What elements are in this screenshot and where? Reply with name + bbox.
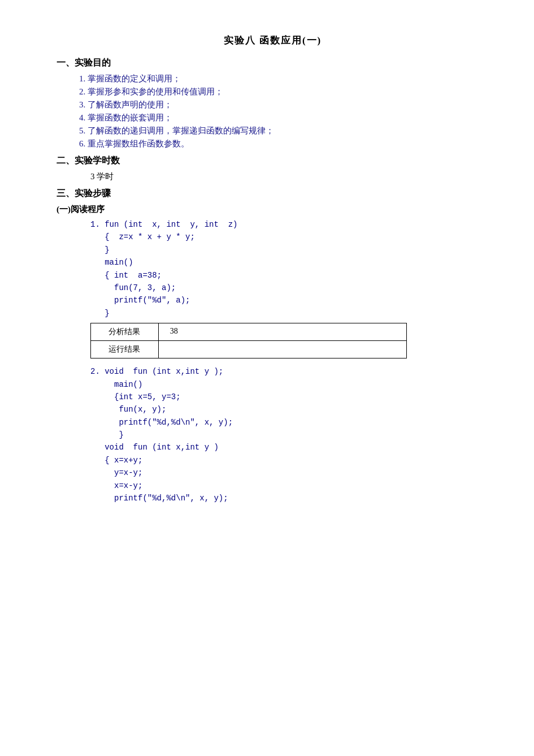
objective-item-6: 6. 重点掌握数组作函数参数。 [79, 139, 489, 149]
objective-item-4: 4. 掌握函数的嵌套调用； [79, 113, 489, 123]
section-hours: 二、实验学时数 3 学时 [57, 155, 489, 182]
section-steps: 三、实验步骤 (一)阅读程序 1. fun (int x, int y, int… [57, 188, 489, 504]
code-block-1: 1. fun (int x, int y, int z) { z=x * x +… [57, 218, 489, 319]
objective-list: 1. 掌握函数的定义和调用； 2. 掌握形参和实参的使用和传值调用； 3. 了解… [57, 74, 489, 149]
steps-heading: 三、实验步骤 [57, 188, 489, 200]
objective-item-5: 5. 了解函数的递归调用，掌握递归函数的编写规律； [79, 126, 489, 136]
analysis-label: 分析结果 [91, 323, 159, 341]
objective-item-3: 3. 了解函数声明的使用； [79, 100, 489, 110]
hours-heading: 二、实验学时数 [57, 155, 489, 167]
objective-item-2: 2. 掌握形参和实参的使用和传值调用； [79, 87, 489, 97]
sub-section-heading: (一)阅读程序 [57, 204, 489, 215]
hours-value: 3 学时 [57, 171, 489, 182]
program-1: 1. fun (int x, int y, int z) { z=x * x +… [57, 218, 489, 358]
objective-item-1: 1. 掌握函数的定义和调用； [79, 74, 489, 84]
run-value [158, 341, 406, 358]
table-row-analysis: 分析结果 38 [91, 323, 407, 341]
code-block-2: 2. void fun (int x,int y ); main() {int … [57, 365, 489, 504]
program-2: 2. void fun (int x,int y ); main() {int … [57, 365, 489, 504]
page-title: 实验八 函数应用(一) [57, 34, 489, 47]
run-label: 运行结果 [91, 341, 159, 358]
table-row-run: 运行结果 [91, 341, 407, 358]
sub-section-read: (一)阅读程序 1. fun (int x, int y, int z) { z… [57, 204, 489, 504]
analysis-value: 38 [158, 323, 406, 341]
objective-heading: 一、实验目的 [57, 57, 489, 69]
result-table-1: 分析结果 38 运行结果 [90, 323, 407, 358]
section-objective: 一、实验目的 1. 掌握函数的定义和调用； 2. 掌握形参和实参的使用和传值调用… [57, 57, 489, 149]
